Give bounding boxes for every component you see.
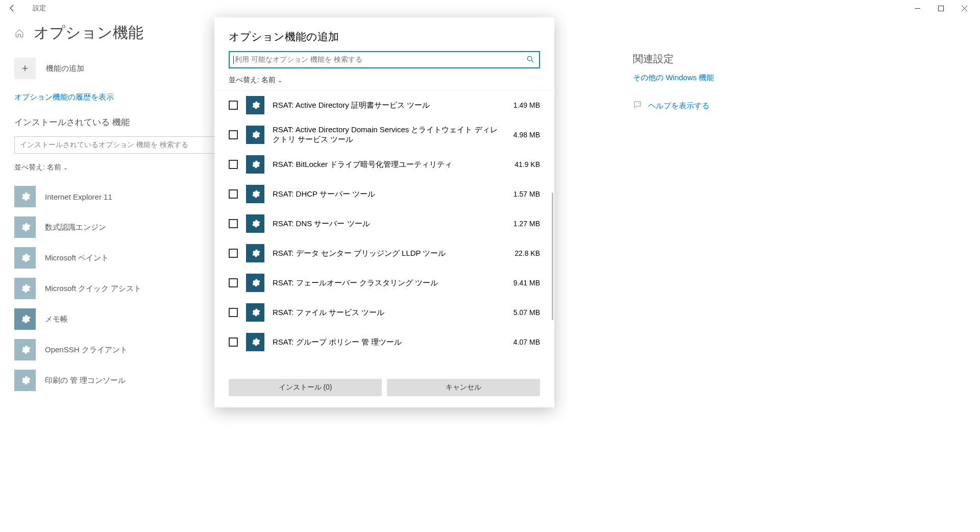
minimize-button[interactable] [905,0,929,16]
feature-icon [14,216,36,238]
available-feature-item[interactable]: RSAT: DNS サーバー ツール1.27 MB [229,209,540,238]
feature-checkbox[interactable] [229,278,238,287]
dialog-search-placeholder: 利用 可能なオプション 機能を 検索する [235,55,527,64]
feature-checkbox[interactable] [229,189,238,199]
feature-checkbox[interactable] [229,101,238,110]
dialog-title: オプション機能の追加 [229,30,540,44]
install-button[interactable]: インストール (0) [229,379,382,396]
feature-icon [14,308,36,330]
feature-name: RSAT: DNS サーバー ツール [273,219,498,229]
feature-size: 22.8 KB [506,249,540,257]
svg-rect-0 [938,6,943,11]
available-feature-item[interactable]: RSAT: BitLocker ドライブ暗号化管理ユーティリティ41.9 KB [229,150,540,179]
feature-icon [246,244,264,262]
svg-point-2 [527,56,532,61]
add-feature-dialog: オプション機能の追加 利用 可能なオプション 機能を 検索する 並べ替え: 名前… [214,17,554,407]
dialog-search-input[interactable]: 利用 可能なオプション 機能を 検索する [229,51,540,68]
feature-size: 5.07 MB [506,308,540,317]
cancel-button[interactable]: キャンセル [387,379,540,396]
feature-size: 41.9 KB [506,160,540,168]
scrollbar-thumb[interactable] [552,192,553,320]
feature-name: RSAT: Active Directory 証明書サービス ツール [273,101,498,110]
feature-name: RSAT: ファイル サービス ツール [273,308,498,318]
feature-name: RSAT: Active Directory Domain Services と… [273,125,498,144]
available-feature-item[interactable]: RSAT: データ センター ブリッジング LLDP ツール22.8 KB [229,238,540,268]
page-title: オプション機能 [34,22,143,43]
feature-icon [246,185,264,203]
chevron-down-icon: ⌄ [63,164,68,171]
history-link[interactable]: オプション機能の履歴を表示 [14,92,114,102]
feature-size: 1.27 MB [506,220,540,228]
feature-checkbox[interactable] [229,219,238,228]
available-feature-item[interactable]: RSAT: グループ ポリシー 管 理ツール4.07 MB [229,327,540,357]
feature-icon [14,186,36,207]
search-icon [527,56,534,64]
maximize-button[interactable] [929,0,952,16]
installed-search-placeholder: インストールされているオプション 機能を 検索する [20,140,188,150]
dialog-sort[interactable]: 並べ替え: 名前 ⌄ [229,76,540,85]
feature-icon [14,278,36,299]
get-help-link[interactable]: ヘルプを表示する [633,100,806,112]
feature-name: RSAT: フェールオーバー クラスタリング ツール [273,278,498,288]
feature-icon [14,370,36,391]
other-windows-features-link[interactable]: その他の Windows 機能 [633,73,806,83]
feature-icon [246,214,264,233]
feature-size: 9.41 MB [506,279,540,287]
feature-icon [246,274,264,292]
available-feature-item[interactable]: RSAT: DHCP サーバー ツール1.57 MB [229,179,540,209]
feature-icon [246,155,264,174]
feature-size: 4.98 MB [506,131,540,139]
feature-icon [246,126,264,144]
feature-checkbox[interactable] [229,249,238,258]
back-button[interactable] [4,0,20,16]
feature-checkbox[interactable] [229,160,238,169]
feature-checkbox[interactable] [229,308,238,317]
feature-name: RSAT: グループ ポリシー 管 理ツール [273,337,498,347]
feature-checkbox[interactable] [229,130,238,139]
available-feature-item[interactable]: RSAT: フェールオーバー クラスタリング ツール9.41 MB [229,268,540,298]
close-button[interactable] [952,0,976,16]
feature-icon [14,339,36,360]
help-icon [633,100,642,112]
add-feature-label: 機能の追加 [46,64,84,74]
feature-icon [14,247,36,269]
feature-icon [246,333,264,351]
feature-name: RSAT: DHCP サーバー ツール [273,189,498,199]
home-icon[interactable] [14,28,24,38]
feature-icon [246,303,264,322]
feature-name: RSAT: データ センター ブリッジング LLDP ツール [273,249,498,258]
feature-name: RSAT: BitLocker ドライブ暗号化管理ユーティリティ [273,160,498,170]
svg-point-1 [639,103,640,104]
related-settings-heading: 関連設定 [633,52,806,66]
add-feature-button[interactable]: + [14,58,36,79]
feature-checkbox[interactable] [229,337,238,347]
feature-icon [246,96,264,114]
available-feature-item[interactable]: RSAT: Active Directory 証明書サービス ツール1.49 M… [229,90,540,120]
feature-size: 1.49 MB [506,101,540,109]
available-feature-item[interactable]: RSAT: ファイル サービス ツール5.07 MB [229,298,540,327]
feature-size: 4.07 MB [506,338,540,346]
available-feature-item[interactable]: RSAT: Active Directory Domain Services と… [229,120,540,150]
chevron-down-icon: ⌄ [278,77,282,84]
window-title: 設定 [20,4,46,13]
feature-size: 1.57 MB [506,190,540,198]
